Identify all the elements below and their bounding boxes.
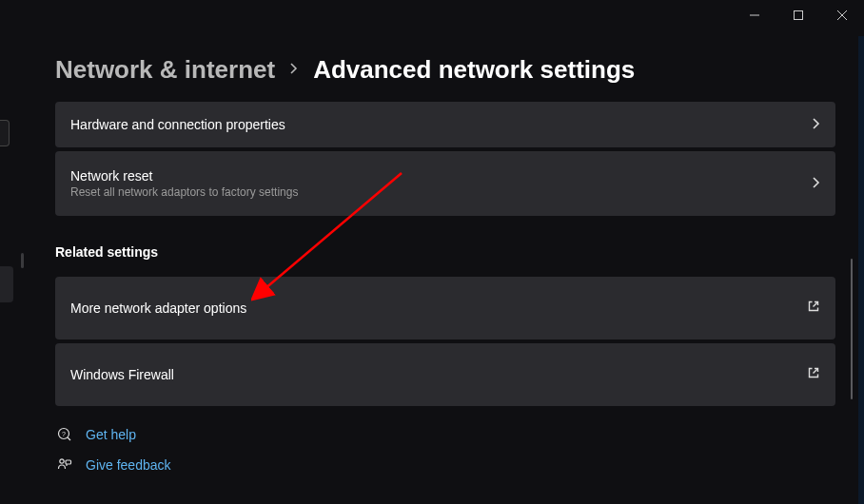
close-button[interactable] xyxy=(820,0,864,30)
breadcrumb-current: Advanced network settings xyxy=(313,55,635,85)
give-feedback-row[interactable]: Give feedback xyxy=(55,457,835,473)
external-link-icon xyxy=(807,300,820,317)
get-help-link[interactable]: Get help xyxy=(86,427,136,442)
breadcrumb-parent[interactable]: Network & internet xyxy=(55,55,275,85)
card-title: Windows Firewall xyxy=(70,367,174,382)
external-link-icon xyxy=(807,366,820,383)
feedback-icon xyxy=(57,457,72,473)
card-text: Network reset Reset all network adaptors… xyxy=(70,168,298,199)
svg-text:?: ? xyxy=(62,431,66,437)
give-feedback-link[interactable]: Give feedback xyxy=(86,457,171,473)
nav-stub xyxy=(0,120,10,146)
more-adapter-options-card[interactable]: More network adapter options xyxy=(55,277,835,339)
help-icon: ? xyxy=(57,427,72,442)
network-reset-card[interactable]: Network reset Reset all network adaptors… xyxy=(55,151,835,216)
card-title: Network reset xyxy=(70,168,298,184)
card-subtitle: Reset all network adaptors to factory se… xyxy=(70,185,298,199)
windows-firewall-card[interactable]: Windows Firewall xyxy=(55,343,835,406)
svg-line-4 xyxy=(814,302,818,307)
nav-stub-2 xyxy=(0,266,13,302)
svg-rect-10 xyxy=(66,460,71,464)
svg-point-9 xyxy=(60,459,64,463)
chevron-right-icon xyxy=(813,175,820,192)
svg-rect-1 xyxy=(795,11,803,20)
card-title: More network adapter options xyxy=(70,300,246,316)
card-text: Windows Firewall xyxy=(70,367,174,382)
minimize-button[interactable] xyxy=(733,0,776,30)
chevron-right-icon xyxy=(813,116,820,133)
svg-line-5 xyxy=(814,369,818,374)
card-text: More network adapter options xyxy=(70,300,246,316)
main-content: Network & internet Advanced network sett… xyxy=(55,55,835,473)
related-settings-header: Related settings xyxy=(55,244,835,260)
titlebar xyxy=(733,0,864,30)
nav-indicator xyxy=(21,253,24,268)
hardware-properties-card[interactable]: Hardware and connection properties xyxy=(55,102,835,147)
right-edge-decoration xyxy=(858,36,864,504)
scrollbar[interactable] xyxy=(851,259,853,399)
chevron-right-icon xyxy=(290,63,298,77)
card-title: Hardware and connection properties xyxy=(70,117,285,132)
svg-line-7 xyxy=(68,437,70,440)
card-text: Hardware and connection properties xyxy=(70,117,285,132)
maximize-button[interactable] xyxy=(776,0,820,30)
get-help-row[interactable]: ? Get help xyxy=(55,427,835,442)
breadcrumb: Network & internet Advanced network sett… xyxy=(55,55,835,85)
